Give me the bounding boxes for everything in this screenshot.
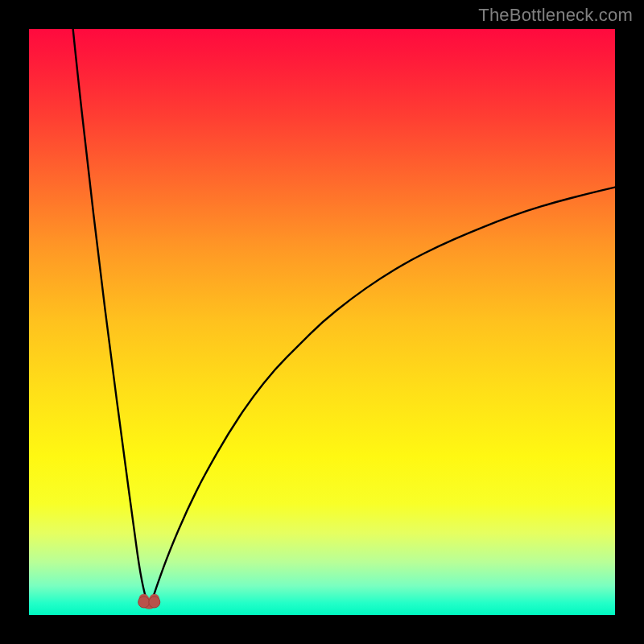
min-left-dot [138,597,150,608]
bottleneck-curve [64,29,615,605]
watermark-text: TheBottleneck.com [478,5,633,26]
chart-frame: TheBottleneck.com [0,0,644,644]
min-markers [138,597,160,608]
curve-layer [29,29,615,615]
plot-area [29,29,615,615]
min-right-dot [149,597,160,608]
